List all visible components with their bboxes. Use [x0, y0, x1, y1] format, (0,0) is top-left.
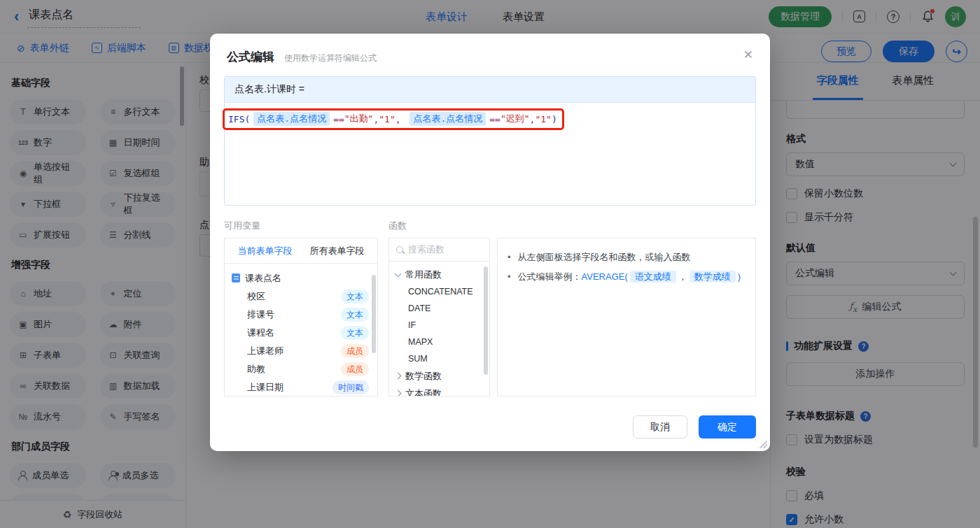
type-badge: 文本 — [341, 290, 369, 304]
formula-token: ) — [552, 114, 557, 124]
variables-panel: 当前表单字段 所有表单字段 课表点名 校区 文本 排课号 文本 课程名 — [224, 238, 378, 397]
example-field-chip: 数学成绩 — [690, 271, 736, 283]
chevron-right-icon — [395, 390, 402, 397]
modal-panels: 当前表单字段 所有表单字段 课表点名 校区 文本 排课号 文本 课程名 — [224, 238, 756, 397]
function-item-date[interactable]: DATE — [389, 300, 489, 317]
type-badge: 时间戳 — [332, 380, 369, 394]
example-field-chip: 语文成绩 — [630, 271, 676, 283]
type-badge: 成员 — [341, 362, 369, 376]
variable-row-schedule-no[interactable]: 排课号 文本 — [225, 306, 377, 324]
type-badge: 文本 — [341, 308, 369, 322]
formula-expression-highlighted: IFS( 点名表.点名情况 == "出勤" , "1" , 点名表.点名情况 =… — [223, 108, 564, 130]
chevron-down-icon — [395, 270, 402, 277]
tab-current-form-fields[interactable]: 当前表单字段 — [238, 245, 293, 257]
function-group-math[interactable]: 数学函数 — [389, 367, 489, 385]
variables-label: 可用变量 — [224, 220, 388, 232]
type-badge: 文本 — [341, 326, 369, 340]
formula-field-chip[interactable]: 点名表.点名情况 — [253, 112, 330, 126]
function-group-text[interactable]: 文本函数 — [389, 385, 489, 397]
variables-tabs: 当前表单字段 所有表单字段 — [225, 238, 377, 264]
panel-labels: 可用变量 函数 — [224, 220, 756, 232]
formula-token: == — [333, 114, 344, 124]
tip-select-fields: 从左侧面板选择字段名和函数，或输入函数 — [507, 250, 746, 264]
formula-token: "出勤" — [344, 113, 374, 125]
variable-row-campus[interactable]: 校区 文本 — [225, 287, 377, 306]
resize-handle[interactable] — [758, 439, 767, 448]
function-group-common[interactable]: 常用函数 — [389, 266, 489, 283]
formula-token: , — [530, 114, 536, 124]
modal-title: 公式编辑 — [227, 49, 274, 65]
functions-label: 函数 — [388, 220, 407, 232]
formula-token: , — [396, 114, 407, 124]
variable-row-course-name[interactable]: 课程名 文本 — [225, 324, 377, 342]
function-item-if[interactable]: IF — [389, 317, 489, 334]
tip-formula-example: 公式编辑举例：AVERAGE(语文成绩，数学成绩) — [507, 269, 746, 284]
variable-row-class-date[interactable]: 上课日期 时间戳 — [225, 378, 377, 397]
chevron-right-icon — [395, 373, 402, 380]
variable-row-assistant[interactable]: 助教 成员 — [225, 360, 377, 378]
formula-input-area[interactable]: IFS( 点名表.点名情况 == "出勤" , "1" , 点名表.点名情况 =… — [225, 103, 755, 205]
formula-token: , — [373, 114, 379, 124]
tips-panel: 从左侧面板选择字段名和函数，或输入函数 公式编辑举例：AVERAGE(语文成绩，… — [497, 238, 756, 397]
confirm-button[interactable]: 确定 — [699, 415, 756, 438]
functions-tree: 常用函数 CONCATENATE DATE IF MAPX SUM 数学函数 文… — [389, 262, 489, 397]
function-item-mapx[interactable]: MAPX — [389, 334, 489, 350]
type-badge: 成员 — [341, 344, 369, 358]
variables-tree: 课表点名 校区 文本 排课号 文本 课程名 文本 上课老师 成员 — [225, 264, 377, 397]
formula-token: == — [489, 114, 500, 124]
tree-root-form[interactable]: 课表点名 — [225, 269, 377, 287]
formula-field-chip[interactable]: 点名表.点名情况 — [410, 112, 486, 126]
formula-token: "1" — [535, 114, 551, 124]
search-icon — [396, 246, 403, 253]
formula-token: "迟到" — [500, 113, 530, 125]
cancel-button[interactable]: 取消 — [633, 415, 687, 438]
function-item-concatenate[interactable]: CONCATENATE — [389, 283, 489, 300]
formula-target: 点名表.计课时 = — [225, 77, 755, 103]
search-placeholder: 搜索函数 — [408, 243, 444, 256]
formula-token: IFS( — [228, 114, 250, 124]
modal-subtitle: 使用数学运算符编辑公式 — [284, 52, 377, 64]
modal-footer: 取消 确定 — [633, 415, 756, 438]
formula-editor-modal: 公式编辑 使用数学运算符编辑公式 ✕ 点名表.计课时 = IFS( 点名表.点名… — [210, 34, 770, 451]
formula-editor: 点名表.计课时 = IFS( 点名表.点名情况 == "出勤" , "1" , … — [224, 76, 756, 206]
formula-token: "1" — [379, 114, 395, 124]
variables-scrollbar[interactable] — [372, 275, 376, 353]
function-search-input[interactable]: 搜索函数 — [389, 238, 489, 262]
functions-panel: 搜索函数 常用函数 CONCATENATE DATE IF MAPX SUM 数… — [388, 238, 490, 397]
variable-row-teacher[interactable]: 上课老师 成员 — [225, 342, 377, 360]
functions-scrollbar[interactable] — [484, 266, 488, 375]
close-icon[interactable]: ✕ — [743, 48, 753, 62]
tab-all-form-fields[interactable]: 所有表单字段 — [310, 245, 365, 257]
document-icon — [232, 273, 240, 283]
function-item-sum[interactable]: SUM — [389, 350, 489, 367]
modal-header: 公式编辑 使用数学运算符编辑公式 — [210, 34, 770, 65]
